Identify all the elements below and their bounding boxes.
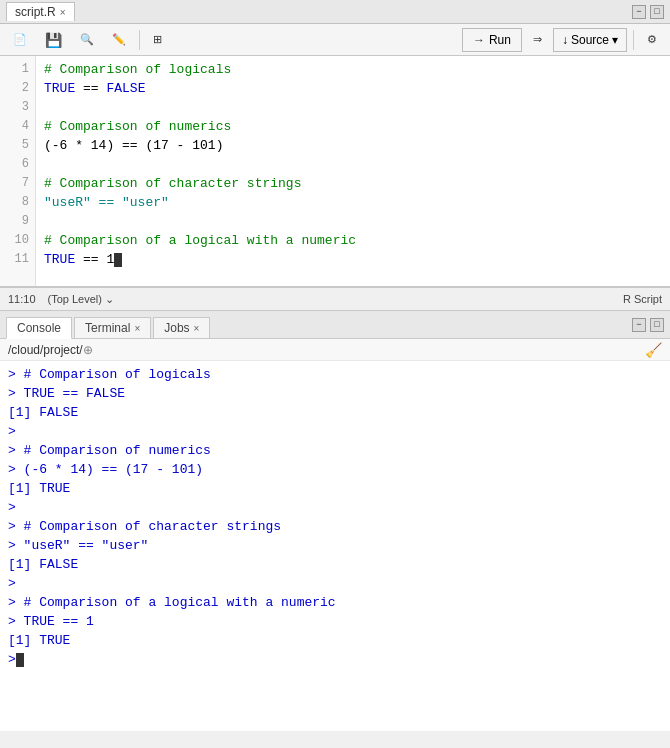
code-line: # Comparison of a logical with a numeric xyxy=(44,231,662,250)
toolbar-separator-2 xyxy=(633,30,634,50)
run-button[interactable]: → Run xyxy=(462,28,522,52)
chunk-button[interactable]: ⊞ xyxy=(146,28,169,52)
console-line: > # Comparison of character strings xyxy=(8,517,662,536)
console-line: > # Comparison of numerics xyxy=(8,441,662,460)
console-content[interactable]: > # Comparison of logicals> TRUE == FALS… xyxy=(0,361,670,731)
source-dropdown-icon: ▾ xyxy=(612,33,618,47)
console-maximize-button[interactable]: □ xyxy=(650,318,664,332)
text-cursor xyxy=(114,253,122,267)
settings-button[interactable]: ⚙ xyxy=(640,28,664,52)
run-arrow-icon: → xyxy=(473,33,485,47)
window-controls: − □ xyxy=(632,5,664,19)
console-line: > xyxy=(8,650,662,669)
code-line: TRUE == FALSE xyxy=(44,79,662,98)
console-line: > xyxy=(8,574,662,593)
code-line xyxy=(44,98,662,117)
console-line: [1] FALSE xyxy=(8,403,662,422)
console-tabs: Console Terminal × Jobs × − □ xyxy=(0,311,670,339)
console-path-icon: ⊕ xyxy=(83,343,93,357)
run-label: Run xyxy=(489,33,511,47)
minimize-button[interactable]: − xyxy=(632,5,646,19)
line-number: 10 xyxy=(0,231,29,250)
cursor-position: 11:10 xyxy=(8,293,36,305)
line-number: 7 xyxy=(0,174,29,193)
tab-jobs[interactable]: Jobs × xyxy=(153,317,210,338)
toolbar-separator-1 xyxy=(139,30,140,50)
save-icon: 💾 xyxy=(45,32,62,48)
line-numbers: 1234567891011 xyxy=(0,56,36,286)
source-down-icon: ↓ xyxy=(562,33,568,47)
next-arrow-icon: ⇒ xyxy=(533,33,542,46)
editor-toolbar: 📄 💾 🔍 ✏️ ⊞ → Run ⇒ ↓ Source ▾ ⚙ xyxy=(0,24,670,56)
console-minimize-button[interactable]: − xyxy=(632,318,646,332)
console-clear-icon[interactable]: 🧹 xyxy=(645,342,662,358)
gear-icon: ⚙ xyxy=(647,33,657,46)
maximize-button[interactable]: □ xyxy=(650,5,664,19)
jobs-close-icon[interactable]: × xyxy=(194,323,200,334)
code-line xyxy=(44,155,662,174)
console-line: > TRUE == FALSE xyxy=(8,384,662,403)
line-number: 9 xyxy=(0,212,29,231)
line-number: 6 xyxy=(0,155,29,174)
edit-button[interactable]: ✏️ xyxy=(105,28,133,52)
save-button[interactable]: 💾 xyxy=(38,28,69,52)
scope-chevron-icon: ⌄ xyxy=(105,293,114,305)
console-line: > xyxy=(8,422,662,441)
edit-icon: ✏️ xyxy=(112,33,126,46)
console-line: > xyxy=(8,498,662,517)
console-cursor xyxy=(16,653,24,667)
chunk-icon: ⊞ xyxy=(153,33,162,46)
scope-indicator[interactable]: (Top Level) ⌄ xyxy=(48,293,114,306)
console-line: > (-6 * 14) == (17 - 101) xyxy=(8,460,662,479)
console-line: > # Comparison of logicals xyxy=(8,365,662,384)
code-line: # Comparison of numerics xyxy=(44,117,662,136)
file-tab-label: script.R xyxy=(15,5,56,19)
file-tab[interactable]: script.R × xyxy=(6,2,75,21)
source-label: Source xyxy=(571,33,609,47)
new-file-icon: 📄 xyxy=(13,33,27,46)
tab-terminal[interactable]: Terminal × xyxy=(74,317,151,338)
line-number: 8 xyxy=(0,193,29,212)
status-bar: 11:10 (Top Level) ⌄ R Script xyxy=(0,287,670,311)
console-line: [1] TRUE xyxy=(8,631,662,650)
console-line: [1] FALSE xyxy=(8,555,662,574)
script-type: R Script xyxy=(623,293,662,305)
code-area[interactable]: # Comparison of logicalsTRUE == FALSE# C… xyxy=(36,56,670,286)
console-line: > TRUE == 1 xyxy=(8,612,662,631)
line-number: 2 xyxy=(0,79,29,98)
console-tab-controls: − □ xyxy=(632,318,664,332)
console-line: > # Comparison of a logical with a numer… xyxy=(8,593,662,612)
code-line: # Comparison of logicals xyxy=(44,60,662,79)
file-tab-close[interactable]: × xyxy=(60,7,66,18)
editor-content[interactable]: 1234567891011 # Comparison of logicalsTR… xyxy=(0,56,670,286)
code-line xyxy=(44,212,662,231)
console-line: [1] TRUE xyxy=(8,479,662,498)
source-button[interactable]: ↓ Source ▾ xyxy=(553,28,627,52)
line-number: 11 xyxy=(0,250,29,269)
next-chunk-button[interactable]: ⇒ xyxy=(526,28,549,52)
terminal-close-icon[interactable]: × xyxy=(134,323,140,334)
console-path-text: /cloud/project/ xyxy=(8,343,83,357)
title-bar: script.R × − □ xyxy=(0,0,670,24)
code-line: TRUE == 1 xyxy=(44,250,662,269)
console-panel: Console Terminal × Jobs × − □ /cloud/pro… xyxy=(0,311,670,731)
code-line: "useR" == "user" xyxy=(44,193,662,212)
search-button[interactable]: 🔍 xyxy=(73,28,101,52)
search-icon: 🔍 xyxy=(80,33,94,46)
new-file-button[interactable]: 📄 xyxy=(6,28,34,52)
code-line: # Comparison of character strings xyxy=(44,174,662,193)
console-line: > "useR" == "user" xyxy=(8,536,662,555)
line-number: 3 xyxy=(0,98,29,117)
line-number: 5 xyxy=(0,136,29,155)
line-number: 1 xyxy=(0,60,29,79)
console-path-bar: /cloud/project/ ⊕ 🧹 xyxy=(0,339,670,361)
line-number: 4 xyxy=(0,117,29,136)
editor-panel: 1234567891011 # Comparison of logicalsTR… xyxy=(0,56,670,287)
code-line: (-6 * 14) == (17 - 101) xyxy=(44,136,662,155)
tab-console[interactable]: Console xyxy=(6,317,72,339)
